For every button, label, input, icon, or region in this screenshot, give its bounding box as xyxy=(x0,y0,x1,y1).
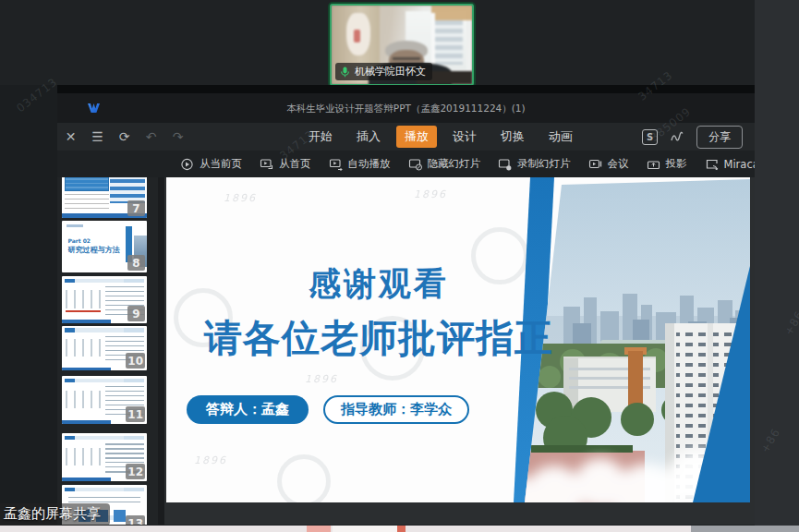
window-body: 7 Part 02 研究过程与方法 8 9 xyxy=(57,177,755,525)
toolbar-button-label: 投影 xyxy=(666,157,687,171)
toolbar-button[interactable]: 从当前页 xyxy=(180,157,242,171)
slide-thumbnail[interactable]: 12 xyxy=(62,433,147,481)
participant-name-badge: 机械学院田怀文 xyxy=(335,63,432,80)
slide-thumbnail[interactable]: Part 02 研究过程与方法 8 xyxy=(62,221,147,272)
toolbar-button-label: 自动播放 xyxy=(348,157,391,171)
slide-thumbnail[interactable]: 10 xyxy=(62,326,147,370)
slide-number-badge: 10 xyxy=(126,353,145,369)
toolbar-button[interactable]: 自动播放 xyxy=(329,157,391,171)
mic-on-icon xyxy=(339,66,351,79)
ribbon-right-tools: S 分享 xyxy=(642,123,743,151)
slide-number-badge: 7 xyxy=(127,200,145,216)
ribbon-tab[interactable]: 播放 xyxy=(396,126,437,148)
screen-share-label: 孟鑫的屏幕共享 xyxy=(0,503,110,526)
participant-name: 机械学院田怀文 xyxy=(355,65,426,79)
sync-icon[interactable]: ⟳ xyxy=(111,129,138,144)
slide-number-badge: 11 xyxy=(126,406,145,422)
thumb-text-line2: 研究过程与方法 xyxy=(67,245,119,255)
slide-number-badge: 8 xyxy=(127,255,145,271)
desktop-background-left xyxy=(0,85,57,525)
hide-slide-icon xyxy=(408,158,423,171)
thumb-text-line1: Part 02 xyxy=(67,237,91,244)
project-icon xyxy=(647,158,661,171)
ribbon-tab[interactable]: 动画 xyxy=(540,126,581,148)
document-title: 本科生毕业设计开题答辩PPT（孟鑫2019111224）(1) xyxy=(57,103,755,115)
toolbar-button-label: Miracast xyxy=(724,158,756,171)
slide-thumbnail[interactable]: 7 xyxy=(62,177,147,218)
miracast-icon xyxy=(705,158,720,171)
toolbar-button[interactable]: 隐藏幻灯片 xyxy=(408,157,481,171)
toolbar-button[interactable]: 会议 xyxy=(588,157,629,171)
slide-number-badge: 13 xyxy=(126,515,145,525)
taskbar-blob xyxy=(397,526,406,532)
taskbar-edge xyxy=(0,526,799,532)
ribbon-tabs: 开始 插入 播放 设计 切换 动画 xyxy=(300,123,581,151)
slide-title-line1: 感谢观看 xyxy=(166,262,591,306)
ribbon-tab[interactable]: 开始 xyxy=(300,126,341,148)
toolbar-button-label: 从当前页 xyxy=(200,157,242,171)
undo-icon[interactable]: ↶ xyxy=(138,129,164,144)
play-first-icon xyxy=(260,158,274,171)
toolbar-button[interactable]: Miracast xyxy=(705,158,756,171)
slide-canvas: 1896 1896 1896 1896 xyxy=(164,177,755,525)
toolbar-button-label: 录制幻灯片 xyxy=(517,157,571,171)
toolbar-button-label: 隐藏幻灯片 xyxy=(428,157,481,171)
taskbar-blob xyxy=(333,526,397,532)
ribbon-tab[interactable]: 插入 xyxy=(348,126,389,148)
slide-title-line2: 请各位老师批评指正 xyxy=(166,313,591,364)
window-titlebar: 本科生毕业设计开题答辩PPT（孟鑫2019111224）(1) xyxy=(57,93,755,123)
redo-icon[interactable]: ↷ xyxy=(164,129,191,144)
slide-number-badge: 12 xyxy=(126,464,145,479)
toolbar-button[interactable]: 录制幻灯片 xyxy=(498,157,571,171)
share-button[interactable]: 分享 xyxy=(696,126,743,149)
pen-squiggle-icon[interactable] xyxy=(671,130,684,143)
play-circle-icon xyxy=(180,158,195,171)
slide-title-block: 感谢观看 请各位老师批评指正 xyxy=(166,262,591,364)
meeting-icon xyxy=(588,158,603,171)
slide-thumbnail-panel[interactable]: 7 Part 02 研究过程与方法 8 9 xyxy=(57,177,164,525)
close-icon[interactable]: ✕ xyxy=(57,129,84,144)
toolbar-button[interactable]: 从首页 xyxy=(260,157,311,171)
record-slide-icon xyxy=(498,158,513,171)
toolbar-button[interactable]: 投影 xyxy=(647,157,687,171)
advisor-badge: 指导教师：李学众 xyxy=(323,395,469,424)
ribbon-tab[interactable]: 切换 xyxy=(492,126,533,148)
taskbar-segment xyxy=(691,526,799,532)
thumbnail-scrollbar[interactable] xyxy=(158,177,164,525)
participant-video[interactable]: 机械学院田怀文 xyxy=(330,4,474,86)
slideshow-s-icon[interactable]: S xyxy=(642,129,658,145)
presenter-badge: 答辩人：孟鑫 xyxy=(187,395,309,424)
slide-badges: 答辩人：孟鑫 指导教师：李学众 xyxy=(187,395,469,424)
menu-icon[interactable]: ☰ xyxy=(84,129,111,144)
slide-number-badge: 9 xyxy=(127,306,145,321)
autoplay-icon xyxy=(329,158,344,171)
taskbar-blob xyxy=(307,526,331,532)
toolbar-button-label: 会议 xyxy=(608,157,629,171)
toolbar-button-label: 从首页 xyxy=(279,157,311,171)
slide-thumbnail[interactable]: 11 xyxy=(62,376,147,424)
slide-thumbnail[interactable]: 9 xyxy=(62,276,147,323)
ribbon-tab[interactable]: 设计 xyxy=(444,126,485,148)
presentation-window: 本科生毕业设计开题答辩PPT（孟鑫2019111224）(1) ✕ ☰ ⟳ ↶ … xyxy=(57,85,755,525)
window-top-strip xyxy=(57,85,755,93)
desktop-background-right xyxy=(755,0,799,532)
current-slide[interactable]: 1896 1896 1896 1896 xyxy=(166,177,750,502)
play-toolbar: 从当前页 从首页 自动播放 隐藏幻灯片 录制幻灯片 xyxy=(57,151,755,177)
